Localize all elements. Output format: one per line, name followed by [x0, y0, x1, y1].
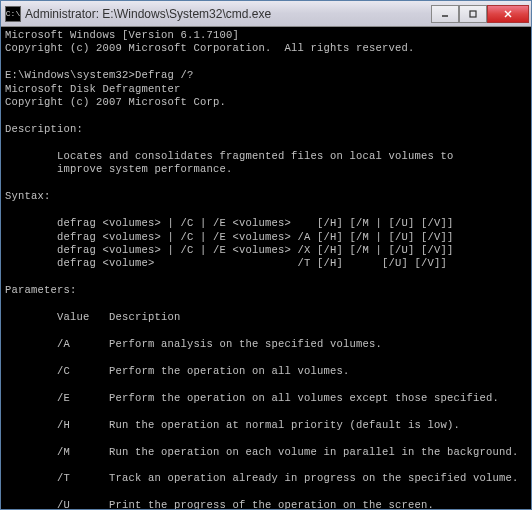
maximize-button[interactable] [459, 5, 487, 23]
window-buttons [431, 5, 529, 23]
minimize-button[interactable] [431, 5, 459, 23]
close-icon [503, 9, 513, 19]
close-button[interactable] [487, 5, 529, 23]
svg-rect-1 [470, 11, 476, 17]
terminal-output[interactable]: Microsoft Windows [Version 6.1.7100] Cop… [1, 27, 531, 509]
cmd-window: C:\ Administrator: E:\Windows\System32\c… [0, 0, 532, 510]
app-icon: C:\ [5, 6, 21, 22]
window-title: Administrator: E:\Windows\System32\cmd.e… [25, 7, 431, 21]
minimize-icon [440, 9, 450, 19]
titlebar[interactable]: C:\ Administrator: E:\Windows\System32\c… [1, 1, 531, 27]
maximize-icon [468, 9, 478, 19]
terminal-text: Microsoft Windows [Version 6.1.7100] Cop… [5, 29, 519, 509]
